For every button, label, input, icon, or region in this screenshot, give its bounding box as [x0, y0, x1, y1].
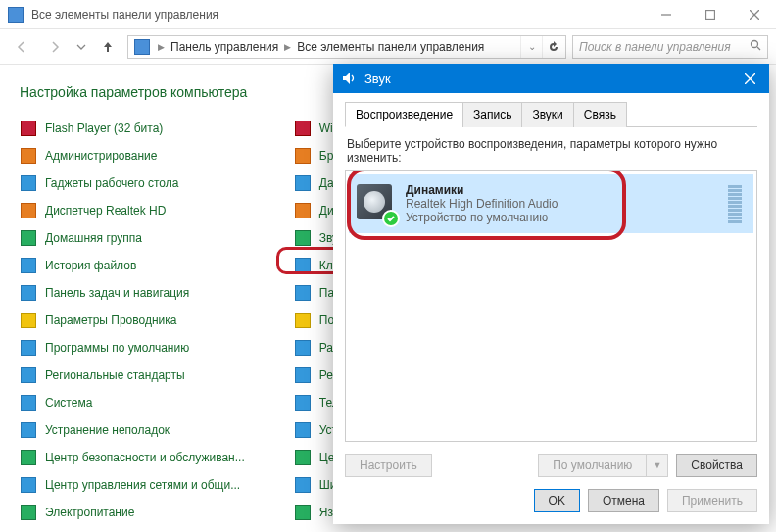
device-list[interactable]: Динамики Realtek High Definition Audio У…: [345, 170, 757, 442]
breadcrumb-seg-2[interactable]: Все элементы панели управления: [295, 40, 486, 54]
device-driver: Realtek High Definition Audio: [406, 197, 718, 211]
check-badge-icon: [382, 210, 400, 227]
cp-item-icon: [20, 147, 37, 165]
search-icon: [750, 39, 761, 54]
cp-item-label: Flash Player (32 бита): [45, 121, 163, 135]
tab-playback[interactable]: Воспроизведение: [345, 102, 463, 127]
cp-col1-item-8[interactable]: Программы по умолчанию: [20, 339, 245, 357]
cp-item-icon: [294, 174, 312, 192]
cp-item-icon: [294, 147, 312, 165]
properties-button[interactable]: Свойства: [676, 454, 757, 477]
cp-item-icon: [20, 120, 37, 137]
set-default-button[interactable]: По умолчанию: [538, 454, 646, 477]
minimize-button[interactable]: [644, 0, 688, 29]
cp-col1-item-0[interactable]: Flash Player (32 бита): [20, 120, 245, 137]
cp-col1-item-10[interactable]: Система: [20, 394, 245, 411]
back-button[interactable]: [8, 33, 35, 61]
cp-col1-item-12[interactable]: Центр безопасности и обслуживан...: [20, 449, 245, 466]
cp-item-icon: [294, 476, 312, 494]
set-default-dropdown[interactable]: ▼: [646, 454, 668, 477]
cancel-button[interactable]: Отмена: [588, 489, 659, 512]
cp-col1-item-7[interactable]: Параметры Проводника: [20, 312, 245, 329]
cp-item-label: Центр безопасности и обслуживан...: [45, 451, 245, 464]
forward-button[interactable]: [41, 33, 69, 61]
breadcrumb-icon: [134, 39, 150, 55]
maximize-button[interactable]: [688, 0, 732, 29]
search-placeholder: Поиск в панели управления: [579, 40, 731, 54]
cp-item-icon: [294, 229, 312, 247]
dialog-titlebar: Звук: [333, 64, 769, 93]
cp-item-icon: [20, 504, 37, 521]
cp-col1-item-2[interactable]: Гаджеты рабочего стола: [20, 174, 245, 192]
cp-item-icon: [294, 339, 312, 357]
cp-item-icon: [294, 504, 312, 521]
cp-item-icon: [294, 394, 312, 411]
device-item-speakers[interactable]: Динамики Realtek High Definition Audio У…: [349, 174, 753, 233]
cp-item-icon: [20, 229, 37, 247]
cp-item-icon: [20, 449, 37, 466]
device-speaker-icon: [357, 184, 396, 223]
navbar: ▶ Панель управления ▶ Все элементы панел…: [0, 29, 776, 65]
svg-rect-1: [705, 10, 714, 19]
cp-col1-item-9[interactable]: Региональные стандарты: [20, 366, 245, 384]
cp-col1-item-3[interactable]: Диспетчер Realtek HD: [20, 202, 245, 219]
cp-item-icon: [294, 421, 312, 439]
up-button[interactable]: [94, 33, 121, 61]
close-button[interactable]: [732, 0, 776, 29]
cp-item-icon: [294, 120, 312, 137]
cp-item-label: Параметры Проводника: [45, 314, 176, 327]
cp-col1-item-4[interactable]: Домашняя группа: [20, 229, 245, 247]
cp-col1-item-13[interactable]: Центр управления сетями и общи...: [20, 476, 245, 494]
cp-item-icon: [20, 312, 37, 329]
cp-col1-item-11[interactable]: Устранение неполадок: [20, 421, 245, 439]
chevron-right-icon: ▶: [158, 42, 165, 52]
cp-item-label: Устранение неполадок: [45, 423, 170, 437]
device-name: Динамики: [406, 183, 718, 197]
volume-meter-icon: [728, 185, 742, 223]
breadcrumb[interactable]: ▶ Панель управления ▶ Все элементы панел…: [127, 35, 566, 59]
speaker-icon: [341, 71, 357, 86]
window-title: Все элементы панели управления: [31, 8, 644, 22]
control-panel-icon: [8, 7, 24, 23]
configure-button[interactable]: Настроить: [345, 454, 432, 477]
cp-item-label: Электропитание: [45, 506, 134, 519]
cp-item-icon: [294, 312, 312, 329]
tab-recording[interactable]: Запись: [462, 102, 522, 127]
tab-sounds[interactable]: Звуки: [521, 102, 573, 127]
dialog-close-button[interactable]: [730, 64, 769, 93]
svg-line-5: [757, 47, 760, 50]
cp-item-icon: [294, 257, 312, 274]
cp-col1-item-1[interactable]: Администрирование: [20, 147, 245, 165]
dialog-tabs: Воспроизведение Запись Звуки Связь: [345, 101, 757, 127]
cp-col1-item-5[interactable]: История файлов: [20, 257, 245, 274]
cp-item-label: Программы по умолчанию: [45, 341, 189, 355]
cp-item-icon: [20, 339, 37, 357]
cp-item-icon: [294, 284, 312, 302]
cp-col1-item-14[interactable]: Электропитание: [20, 504, 245, 521]
cp-item-label: История файлов: [45, 259, 136, 272]
window-titlebar: Все элементы панели управления: [0, 0, 776, 29]
history-dropdown[interactable]: [74, 33, 88, 61]
tab-communications[interactable]: Связь: [573, 102, 627, 127]
cp-item-label: Диспетчер Realtek HD: [45, 204, 166, 218]
cp-item-icon: [20, 394, 37, 411]
ok-button[interactable]: OK: [534, 489, 580, 512]
breadcrumb-seg-1[interactable]: Панель управления: [169, 40, 280, 54]
cp-item-icon: [294, 202, 312, 219]
dialog-description: Выберите устройство воспроизведения, пар…: [347, 137, 755, 165]
cp-item-icon: [20, 284, 37, 302]
cp-item-icon: [20, 202, 37, 219]
breadcrumb-dropdown[interactable]: ⌄: [520, 36, 542, 58]
chevron-right-icon: ▶: [284, 42, 291, 52]
cp-item-label: Региональные стандарты: [45, 368, 185, 382]
cp-item-icon: [20, 476, 37, 494]
cp-col1-item-6[interactable]: Панель задач и навигация: [20, 284, 245, 302]
cp-item-label: Система: [45, 396, 92, 410]
cp-item-label: Панель задач и навигация: [45, 286, 189, 300]
cp-item-icon: [294, 366, 312, 384]
apply-button[interactable]: Применить: [667, 489, 757, 512]
cp-item-label: Гаджеты рабочего стола: [45, 176, 178, 190]
refresh-button[interactable]: [542, 36, 563, 58]
cp-item-icon: [294, 449, 312, 466]
search-input[interactable]: Поиск в панели управления: [572, 35, 768, 59]
